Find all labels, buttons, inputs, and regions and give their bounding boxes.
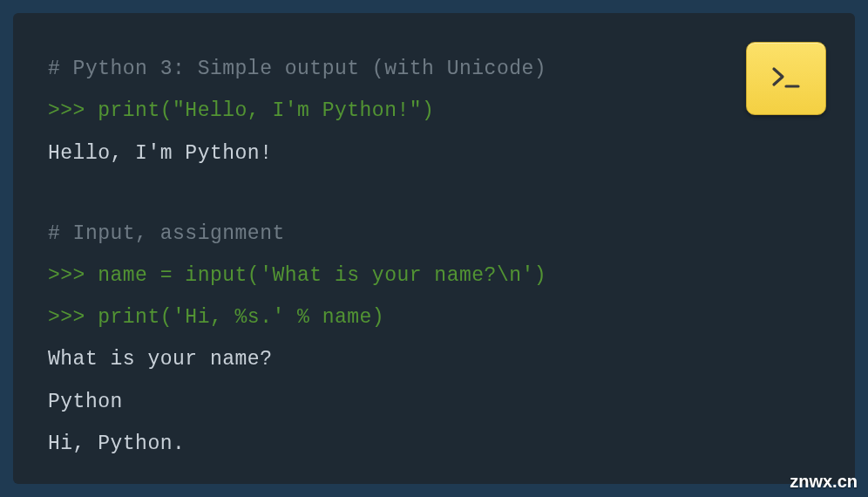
code-output-line: Python [48, 381, 820, 423]
code-output-line: Hello, I'm Python! [48, 133, 820, 174]
code-comment: # Input, assignment [48, 213, 820, 255]
launch-shell-button[interactable] [746, 42, 826, 115]
watermark: znwx.cn [790, 472, 858, 492]
code-blank-line [48, 174, 820, 213]
prompt-icon [769, 65, 804, 92]
code-input-line: >>> print('Hi, %s.' % name) [48, 296, 820, 338]
code-output-line: Hi, Python. [48, 423, 820, 465]
code-panel: # Python 3: Simple output (with Unicode)… [13, 13, 855, 484]
code-input-line: >>> print("Hello, I'm Python!") [48, 90, 820, 132]
code-input-line: >>> name = input('What is your name?\n') [48, 255, 820, 296]
code-comment: # Python 3: Simple output (with Unicode) [48, 48, 820, 90]
code-output-line: What is your name? [48, 338, 820, 380]
